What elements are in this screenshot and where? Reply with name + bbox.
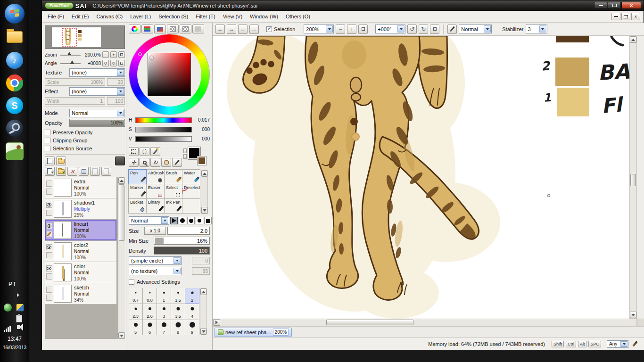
tool-select[interactable]: Select — [164, 184, 182, 199]
preset-2-selected[interactable]: 2 — [185, 288, 199, 304]
scrollbar-thumb[interactable] — [630, 174, 636, 186]
visibility-checkbox[interactable] — [46, 244, 52, 250]
mdi-close-button[interactable]: × — [631, 13, 640, 20]
menu-view[interactable]: View (V) — [219, 12, 246, 21]
rgb-sliders-tab[interactable] — [141, 25, 153, 33]
preset-2.3[interactable]: 2.3 — [129, 304, 143, 320]
effect-select[interactable]: (none) — [69, 87, 125, 96]
tool-eraser[interactable]: Eraser — [146, 184, 165, 199]
shift-key-indicator[interactable]: Shift — [552, 341, 564, 347]
dropdown-arrow-icon[interactable] — [326, 25, 333, 33]
visibility-checkbox[interactable] — [46, 202, 52, 208]
dropdown-arrow-icon[interactable] — [117, 110, 124, 116]
canvas-tab-active[interactable]: new ref sheet pha... 200% — [215, 328, 292, 337]
preset-scrollbar[interactable] — [200, 288, 207, 335]
tray-icon-app[interactable] — [4, 304, 12, 312]
brush-tip-round1[interactable] — [179, 217, 186, 224]
move-tool[interactable]: ✛ — [129, 158, 139, 167]
hand-tool[interactable] — [161, 158, 171, 167]
color-mixer-tab[interactable] — [154, 25, 166, 33]
size-value-bar[interactable]: 2.0 — [167, 227, 210, 235]
scroll-up-button[interactable] — [630, 36, 636, 43]
alt-key-indicator[interactable]: Alt — [578, 341, 587, 347]
merge-down-button[interactable] — [45, 167, 55, 176]
swap-color-button[interactable] — [183, 148, 187, 153]
layer-row-shadow1[interactable]: shadow1 Multiply 25% — [45, 198, 116, 220]
view-zoom-select[interactable]: 200% — [304, 25, 334, 33]
density-slider[interactable]: 100 — [154, 247, 210, 255]
zoom-slider[interactable] — [60, 52, 81, 58]
scrollbar-thumb[interactable] — [326, 320, 413, 325]
tool-marker[interactable]: Marker — [128, 184, 147, 199]
delete-layer-button[interactable] — [79, 167, 89, 176]
preset-2.6[interactable]: 2.6 — [142, 304, 157, 320]
dropdown-arrow-icon[interactable] — [161, 217, 168, 224]
visibility-checkbox[interactable] — [46, 223, 52, 229]
taskbar-sai[interactable] — [6, 142, 24, 160]
saturation-slider[interactable] — [135, 127, 192, 132]
space-key-indicator[interactable]: SPC — [588, 341, 601, 347]
taskbar-skype[interactable]: S — [6, 97, 23, 114]
brush-tip-square[interactable] — [204, 217, 212, 224]
zoom-slider-marker[interactable] — [67, 52, 71, 55]
preserve-opacity-checkbox[interactable] — [45, 130, 50, 135]
menu-layer[interactable]: Layer (L) — [126, 12, 155, 21]
brush-tip-round2[interactable] — [187, 217, 195, 224]
dropdown-arrow-icon[interactable] — [397, 25, 405, 33]
selection-source-checkbox[interactable] — [45, 146, 50, 151]
saturation-value-square[interactable] — [148, 53, 191, 96]
minimize-button[interactable] — [594, 2, 607, 9]
taskbar-explorer[interactable] — [7, 31, 23, 43]
menu-filter[interactable]: Filter (T) — [192, 12, 219, 21]
opacity-slider[interactable]: 100% — [69, 119, 125, 127]
preset-9[interactable]: 9 — [185, 320, 199, 335]
menu-window[interactable]: Window (W) — [246, 12, 282, 21]
prev-canvas-button[interactable]: ← — [238, 25, 248, 34]
canvas[interactable]: 2 1 BA Fl — [213, 36, 629, 319]
rotate-cw-view-button[interactable]: ↻ — [419, 25, 428, 34]
mdi-minimize-button[interactable] — [611, 13, 620, 20]
ctrl-key-indicator[interactable]: Ctrl — [566, 341, 576, 347]
visibility-checkbox[interactable] — [46, 181, 52, 187]
start-button[interactable] — [5, 4, 25, 24]
scroll-down-button[interactable] — [200, 328, 206, 335]
maximize-button[interactable] — [608, 2, 621, 9]
paste-layer-button[interactable] — [101, 167, 111, 176]
close-button[interactable]: × — [621, 2, 641, 9]
visibility-checkbox[interactable] — [46, 287, 52, 293]
rotate-ccw-button[interactable]: ↺ — [102, 60, 109, 66]
tool-deselect[interactable]: Deselect — [182, 184, 200, 199]
rect-select-tool[interactable] — [129, 147, 139, 156]
merge-folder-button[interactable] — [56, 167, 66, 176]
secondary-color-swatch[interactable] — [198, 156, 206, 165]
tray-icon-tool[interactable] — [16, 304, 24, 312]
layer-extra-checkbox[interactable] — [46, 295, 52, 301]
hue-marker[interactable] — [138, 52, 142, 56]
preset-1[interactable]: 1 — [157, 288, 171, 304]
active-layer-indicator[interactable] — [46, 231, 52, 237]
panel-collapse-button[interactable] — [115, 156, 125, 165]
scroll-up-button[interactable] — [200, 288, 206, 295]
paint-mode-select[interactable]: Normal — [459, 25, 492, 33]
preset-1.5[interactable]: 1.5 — [171, 288, 185, 304]
scroll-up-button[interactable] — [118, 177, 125, 184]
magic-wand-tool[interactable] — [150, 147, 160, 156]
tool-brush[interactable]: Brush — [164, 169, 182, 184]
scratchpad-tab[interactable] — [180, 25, 191, 33]
tool-bucket[interactable]: Bucket — [128, 198, 147, 214]
tool-empty-slot[interactable] — [182, 198, 200, 214]
hue-slider[interactable] — [135, 117, 192, 123]
visibility-checkbox[interactable] — [46, 265, 52, 272]
dropdown-arrow-icon[interactable] — [173, 257, 181, 264]
advanced-settings-checkbox[interactable] — [129, 279, 134, 285]
taskbar-music[interactable]: ♪ — [6, 52, 23, 69]
value-slider[interactable] — [135, 136, 192, 142]
canvas-horizontal-scrollbar[interactable] — [213, 319, 637, 326]
layer-mode-select[interactable]: Normal — [69, 109, 125, 117]
clipping-group-checkbox[interactable] — [45, 138, 50, 143]
dropdown-arrow-icon[interactable] — [173, 268, 181, 274]
preset-4[interactable]: 4 — [185, 304, 199, 320]
layer-row-extra[interactable]: extra Normal 100% — [45, 177, 116, 198]
color-wheel[interactable] — [129, 34, 209, 115]
clock-time[interactable]: 13:47 — [0, 336, 29, 342]
